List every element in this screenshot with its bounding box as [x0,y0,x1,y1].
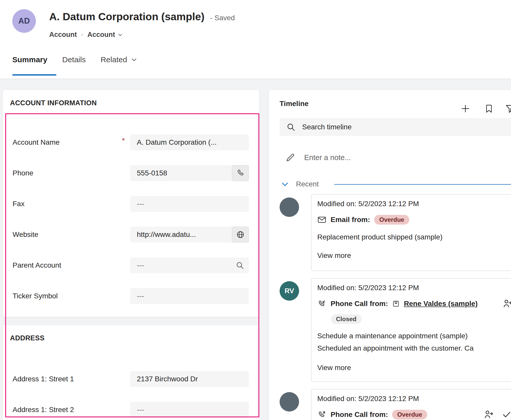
create-timeline-record-button[interactable] [459,103,471,114]
modified-on-text: Modified on: 5/2/2023 12:12 PM [317,283,511,293]
email-icon [317,215,326,224]
form-field-ticker-symbol: Ticker Symbol --- [13,288,251,304]
form-field-phone: Phone 555-0158 [13,165,251,181]
contact-link[interactable]: Rene Valdes (sample) [404,300,478,308]
subtitle-separator: · [81,31,83,39]
status-badge: Closed [331,314,362,324]
record-avatar-initials: AD [18,16,30,26]
tab-related-label: Related [100,55,127,64]
person-arrow-icon [503,298,511,309]
fax-input[interactable]: --- [130,196,249,212]
status-row: Closed [331,313,511,325]
view-more-link[interactable]: View more [317,251,351,260]
chevron-down-icon [281,180,289,188]
assign-record-button[interactable] [502,298,511,309]
required-marker: * [122,136,125,145]
form-selector[interactable]: Account [87,31,123,39]
fax-value: --- [130,200,151,208]
timeline-entry-phone-call-overdue: Modified on: 5/2/2023 12:12 PM Phone Cal… [311,389,511,420]
status-badge: Overdue [374,215,409,225]
title-row: A. Datum Corporation (sample) - Saved [49,11,235,23]
record-subtitle: Account · Account [49,31,123,39]
activity-header: Phone Call from: Rene Valdes (sample) [317,298,499,309]
open-website-button[interactable] [232,227,249,243]
view-more-link[interactable]: View more [317,364,351,372]
section-title-account-information: ACCOUNT INFORMATION [10,99,97,107]
activity-header: Phone Call from: Overdue [317,409,481,420]
form-field-address1-street1: Address 1: Street 1 2137 Birchwood Dr [13,371,251,387]
timeline-bookmark-button[interactable] [483,103,495,114]
activity-subject: Schedule a maintenance appointment (samp… [317,331,511,341]
view-more-row: View more [317,250,511,261]
recent-divider [334,184,511,185]
status-badge: Overdue [392,410,427,419]
phone-input[interactable]: 555-0158 [130,165,249,181]
search-icon [286,122,295,132]
mark-complete-button[interactable] [501,408,511,420]
activity-subject: Replacement product shipped (sample) [317,232,511,242]
search-icon [236,261,244,270]
address-card: ADDRESS Address 1: Street 1 2137 Birchwo… [3,325,259,420]
field-label: Phone [13,165,33,181]
checkmark-icon [502,409,511,419]
form-field-account-name: Account Name * A. Datum Corporation (... [13,134,251,150]
contact-record-icon [392,300,400,308]
chevron-down-icon [118,32,123,37]
activity-header: Email from: Overdue [317,214,511,225]
recent-section-toggle[interactable]: Recent [281,179,319,189]
phone-call-icon [317,299,326,308]
form-field-website: Website http://www.adatu... [13,227,251,243]
note-placeholder: Enter a note... [304,153,351,162]
recent-label: Recent [296,180,319,188]
form-selector-label: Account [87,31,115,39]
field-label: Website [13,227,38,243]
timeline-search-input[interactable]: Search timeline [280,118,511,136]
address1-street2-value: --- [130,406,151,414]
website-input[interactable]: http://www.adatu... [130,227,249,243]
timeline-filter-button[interactable] [504,103,511,114]
timeline-entry-avatar [280,197,299,217]
field-label: Parent Account [13,257,61,273]
filter-icon [505,103,511,114]
timeline-search-placeholder: Search timeline [302,123,352,131]
form-field-parent-account: Parent Account --- [13,257,251,273]
parent-account-input[interactable]: --- [130,257,249,273]
field-label: Fax [13,196,25,212]
note-input[interactable]: Enter a note... [280,149,511,166]
address1-street1-input[interactable]: 2137 Birchwood Dr [130,371,249,387]
ticker-symbol-input[interactable]: --- [130,288,249,304]
page-title: A. Datum Corporation (sample) [49,11,205,23]
chevron-down-icon [131,56,137,63]
phone-call-icon [317,410,326,419]
tab-summary[interactable]: Summary [12,55,47,64]
tab-related[interactable]: Related [100,55,137,64]
plus-icon [460,103,471,114]
save-status: - Saved [210,14,235,22]
form-field-fax: Fax --- [13,196,251,212]
modified-on-text: Modified on: 5/2/2023 12:12 PM [317,394,511,404]
section-title-address: ADDRESS [10,334,45,342]
globe-icon [236,230,245,239]
record-avatar: AD [12,9,36,33]
timeline-entry-avatar [280,392,299,412]
address1-street2-input[interactable]: --- [130,402,249,418]
website-value: http://www.adatu... [130,230,202,239]
activity-type-label: Phone Call from: [331,411,388,419]
timeline-entry-phone-call-closed: Modified on: 5/2/2023 12:12 PM Phone Cal… [311,278,511,382]
bookmark-icon [484,104,494,113]
ticker-symbol-value: --- [130,292,151,300]
assign-record-button[interactable] [483,408,495,420]
tab-details[interactable]: Details [62,55,86,64]
form-field-address1-street2: Address 1: Street 2 --- [13,402,251,418]
address1-street1-value: 2137 Birchwood Dr [130,375,205,383]
record-type-label: Account [49,31,77,39]
field-label: Ticker Symbol [13,288,58,304]
account-name-input[interactable]: A. Datum Corporation (... [130,134,249,150]
activity-type-label: Phone Call from: [331,300,388,308]
phone-call-button[interactable] [232,165,249,181]
modified-on-text: Modified on: 5/2/2023 12:12 PM [317,199,511,209]
phone-icon [236,169,245,177]
activity-description: Scheduled an appointment with the custom… [317,343,511,353]
timeline-card: Timeline Search timeline Enter a note...… [269,90,511,420]
lookup-button[interactable] [236,261,244,270]
